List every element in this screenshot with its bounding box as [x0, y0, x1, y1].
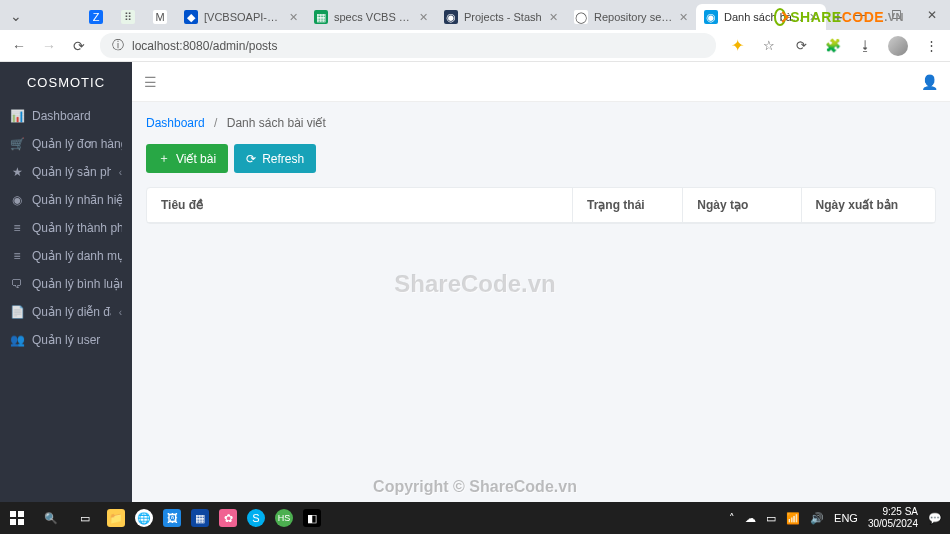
- sidebar-item[interactable]: ≡Quản lý thành phần: [0, 214, 132, 242]
- tray-chevron-icon[interactable]: ˄: [729, 512, 735, 525]
- sidebar-item-icon: ◉: [10, 193, 24, 207]
- profile-avatar[interactable]: [888, 36, 908, 56]
- sidebar-item[interactable]: ≡Quản lý danh mục: [0, 242, 132, 270]
- sidebar-item[interactable]: 👥Quản lý user: [0, 326, 132, 354]
- sidebar-item-label: Quản lý thành phần: [32, 221, 122, 235]
- sidebar-item-label: Quản lý bình luận: [32, 277, 122, 291]
- th-published[interactable]: Ngày xuất bản: [801, 188, 935, 223]
- sidebar-item-label: Dashboard: [32, 109, 122, 123]
- browser-tab[interactable]: ▦specs VCBS - Google T✕: [306, 4, 436, 30]
- svg-rect-0: [10, 511, 16, 517]
- app-icon-2[interactable]: ▦: [186, 502, 214, 534]
- sidebar-item-icon: 🛒: [10, 137, 24, 151]
- browser-tab[interactable]: M: [144, 4, 176, 30]
- browser-tab[interactable]: ◯Repository search resu✕: [566, 4, 696, 30]
- site-info-icon[interactable]: ⓘ: [112, 37, 124, 54]
- watermark-footer: Copyright © ShareCode.vn: [373, 478, 577, 496]
- sidebar-item-label: Quản lý nhãn hiệu: [32, 193, 122, 207]
- plus-icon: ＋: [158, 150, 170, 167]
- refresh-label: Refresh: [262, 152, 304, 166]
- puzzle-icon[interactable]: 🧩: [824, 37, 842, 55]
- tab-close-icon[interactable]: ✕: [419, 11, 428, 24]
- sidebar-item[interactable]: 🛒Quản lý đơn hàng: [0, 130, 132, 158]
- sidebar-item-icon: ≡: [10, 249, 24, 263]
- posts-table: Tiêu đề Trạng thái Ngày tạo Ngày xuất bả…: [147, 188, 935, 223]
- sidebar-item-icon: 🗨: [10, 277, 24, 291]
- sidebar-item-icon: 👥: [10, 333, 24, 347]
- tab-title: Repository search resu: [594, 11, 673, 23]
- search-button[interactable]: 🔍: [34, 502, 68, 534]
- svg-rect-1: [18, 511, 24, 517]
- tray-battery-icon[interactable]: ▭: [766, 512, 776, 525]
- browser-menu-icon[interactable]: ⋮: [922, 37, 940, 55]
- brand-title: COSMOTIC: [0, 62, 132, 102]
- explorer-icon[interactable]: 📁: [102, 502, 130, 534]
- tray-onedrive-icon[interactable]: ☁: [745, 512, 756, 525]
- tab-title: [VCBSOAPI-271] Store: [204, 11, 283, 23]
- tray-volume-icon[interactable]: 🔊: [810, 512, 824, 525]
- tab-favicon: ▦: [314, 10, 328, 24]
- sidebar-nav: 📊Dashboard🛒Quản lý đơn hàng★Quản lý sản …: [0, 102, 132, 354]
- sidebar-item-icon: 📊: [10, 109, 24, 123]
- sidebar-toggle-icon[interactable]: ☰: [144, 74, 157, 90]
- sidebar-item-icon: 📄: [10, 305, 24, 319]
- user-menu-icon[interactable]: 👤: [921, 74, 938, 90]
- svg-rect-3: [18, 519, 24, 525]
- chevron-left-icon: ‹: [119, 167, 122, 178]
- url-input[interactable]: ⓘ localhost:8080/admin/posts: [100, 33, 716, 58]
- tab-close-icon[interactable]: ✕: [289, 11, 298, 24]
- chrome-icon[interactable]: 🌐: [130, 502, 158, 534]
- watermark-logo: SHARECODE.VN: [774, 7, 904, 27]
- sidebar-item-label: Quản lý danh mục: [32, 249, 122, 263]
- tab-search-chevron[interactable]: ⌄: [10, 8, 22, 24]
- nav-forward[interactable]: →: [40, 37, 58, 55]
- th-created[interactable]: Ngày tạo: [683, 188, 801, 223]
- breadcrumb-current: Danh sách bài viết: [227, 116, 326, 130]
- gemini-icon[interactable]: ✦: [728, 37, 746, 55]
- task-view-button[interactable]: ▭: [68, 502, 102, 534]
- sidebar-item-icon: ≡: [10, 221, 24, 235]
- tray-date: 30/05/2024: [868, 518, 918, 530]
- tray-notifications-icon[interactable]: 💬: [928, 512, 942, 525]
- tray-wifi-icon[interactable]: 📶: [786, 512, 800, 525]
- sidebar-item-label: Quản lý sản phẩm: [32, 165, 111, 179]
- tab-title: specs VCBS - Google T: [334, 11, 413, 23]
- bookmark-icon[interactable]: ☆: [760, 37, 778, 55]
- skype-icon[interactable]: S: [242, 502, 270, 534]
- tray-clock[interactable]: 9:25 SA 30/05/2024: [868, 506, 918, 530]
- start-button[interactable]: [0, 502, 34, 534]
- download-icon[interactable]: ⭳: [856, 37, 874, 55]
- app-icon-1[interactable]: 🖼: [158, 502, 186, 534]
- tab-close-icon[interactable]: ✕: [549, 11, 558, 24]
- heidisql-icon[interactable]: HS: [270, 502, 298, 534]
- url-text: localhost:8080/admin/posts: [132, 39, 277, 53]
- th-status[interactable]: Trạng thái: [573, 188, 683, 223]
- browser-tab[interactable]: ⠿: [112, 4, 144, 30]
- breadcrumb-home[interactable]: Dashboard: [146, 116, 205, 130]
- tray-lang[interactable]: ENG: [834, 512, 858, 524]
- sidebar: COSMOTIC 📊Dashboard🛒Quản lý đơn hàng★Quả…: [0, 62, 132, 502]
- write-post-button[interactable]: ＋ Viết bài: [146, 144, 228, 173]
- sidebar-item-label: Quản lý đơn hàng: [32, 137, 122, 151]
- window-close[interactable]: ✕: [914, 0, 950, 30]
- sidebar-item[interactable]: ★Quản lý sản phẩm‹: [0, 158, 132, 186]
- write-post-label: Viết bài: [176, 152, 216, 166]
- browser-tab[interactable]: ◆[VCBSOAPI-271] Store✕: [176, 4, 306, 30]
- browser-tab[interactable]: ◉Projects - Stash✕: [436, 4, 566, 30]
- th-title[interactable]: Tiêu đề: [147, 188, 573, 223]
- watermark-center: ShareCode.vn: [394, 270, 555, 298]
- breadcrumb: Dashboard / Danh sách bài viết: [146, 116, 936, 130]
- tab-close-icon[interactable]: ✕: [679, 11, 688, 24]
- refresh-button[interactable]: ⟳ Refresh: [234, 144, 316, 173]
- nav-back[interactable]: ←: [10, 37, 28, 55]
- topbar: ☰ 👤: [132, 62, 950, 102]
- sidebar-item[interactable]: ◉Quản lý nhãn hiệu: [0, 186, 132, 214]
- app-icon-3[interactable]: ✿: [214, 502, 242, 534]
- extensions-icon[interactable]: ⟳: [792, 37, 810, 55]
- nav-reload[interactable]: ⟳: [70, 37, 88, 55]
- sidebar-item[interactable]: 🗨Quản lý bình luận: [0, 270, 132, 298]
- sidebar-item[interactable]: 📄Quản lý diễn đàn‹: [0, 298, 132, 326]
- intellij-icon[interactable]: ◧: [298, 502, 326, 534]
- browser-tab[interactable]: Z: [80, 4, 112, 30]
- sidebar-item[interactable]: 📊Dashboard: [0, 102, 132, 130]
